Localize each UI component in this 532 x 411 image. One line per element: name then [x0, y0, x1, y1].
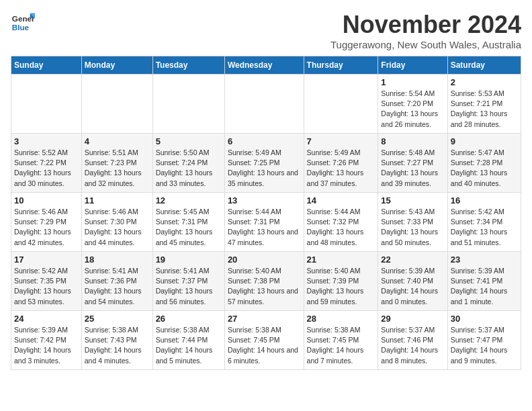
day-cell: 11Sunrise: 5:46 AM Sunset: 7:30 PM Dayli… — [81, 193, 152, 252]
weekday-header-friday: Friday — [378, 56, 447, 75]
day-cell: 4Sunrise: 5:51 AM Sunset: 7:23 PM Daylig… — [81, 134, 152, 193]
week-row-3: 10Sunrise: 5:46 AM Sunset: 7:29 PM Dayli… — [11, 193, 521, 252]
day-detail: Sunrise: 5:37 AM Sunset: 7:47 PM Dayligh… — [451, 326, 508, 365]
week-row-2: 3Sunrise: 5:52 AM Sunset: 7:22 PM Daylig… — [11, 134, 521, 193]
day-cell: 25Sunrise: 5:38 AM Sunset: 7:43 PM Dayli… — [81, 311, 152, 370]
weekday-header-monday: Monday — [81, 56, 152, 75]
day-number: 7 — [307, 136, 375, 146]
weekday-header-saturday: Saturday — [447, 56, 521, 75]
day-number: 22 — [381, 255, 444, 265]
day-cell: 15Sunrise: 5:43 AM Sunset: 7:33 PM Dayli… — [378, 193, 447, 252]
day-detail: Sunrise: 5:39 AM Sunset: 7:41 PM Dayligh… — [451, 267, 508, 306]
weekday-header-sunday: Sunday — [11, 56, 82, 75]
day-cell — [81, 75, 152, 134]
day-cell: 7Sunrise: 5:49 AM Sunset: 7:26 PM Daylig… — [304, 134, 378, 193]
day-detail: Sunrise: 5:42 AM Sunset: 7:34 PM Dayligh… — [451, 208, 508, 246]
day-number: 20 — [228, 255, 301, 265]
day-cell: 30Sunrise: 5:37 AM Sunset: 7:47 PM Dayli… — [447, 311, 521, 370]
day-detail: Sunrise: 5:46 AM Sunset: 7:29 PM Dayligh… — [14, 208, 71, 246]
day-cell: 12Sunrise: 5:45 AM Sunset: 7:31 PM Dayli… — [152, 193, 224, 252]
day-cell — [304, 75, 378, 134]
day-cell: 8Sunrise: 5:48 AM Sunset: 7:27 PM Daylig… — [378, 134, 447, 193]
day-detail: Sunrise: 5:46 AM Sunset: 7:30 PM Dayligh… — [85, 208, 142, 246]
day-cell: 22Sunrise: 5:39 AM Sunset: 7:40 PM Dayli… — [378, 252, 447, 311]
day-cell: 2Sunrise: 5:53 AM Sunset: 7:21 PM Daylig… — [447, 75, 521, 134]
day-number: 29 — [381, 314, 444, 324]
day-cell: 16Sunrise: 5:42 AM Sunset: 7:34 PM Dayli… — [447, 193, 521, 252]
day-number: 10 — [14, 195, 79, 205]
day-cell: 19Sunrise: 5:41 AM Sunset: 7:37 PM Dayli… — [152, 252, 224, 311]
day-detail: Sunrise: 5:42 AM Sunset: 7:35 PM Dayligh… — [14, 267, 71, 306]
week-row-1: 1Sunrise: 5:54 AM Sunset: 7:20 PM Daylig… — [11, 75, 521, 134]
day-cell — [152, 75, 224, 134]
day-cell: 1Sunrise: 5:54 AM Sunset: 7:20 PM Daylig… — [378, 75, 447, 134]
day-detail: Sunrise: 5:43 AM Sunset: 7:33 PM Dayligh… — [381, 208, 438, 246]
weekday-header-wednesday: Wednesday — [224, 56, 304, 75]
day-number: 14 — [307, 195, 375, 205]
day-detail: Sunrise: 5:37 AM Sunset: 7:46 PM Dayligh… — [381, 326, 438, 365]
month-title: November 2024 — [330, 11, 521, 39]
day-number: 11 — [85, 195, 150, 205]
day-cell: 13Sunrise: 5:44 AM Sunset: 7:31 PM Dayli… — [224, 193, 304, 252]
weekday-header-thursday: Thursday — [304, 56, 378, 75]
day-detail: Sunrise: 5:44 AM Sunset: 7:31 PM Dayligh… — [228, 208, 298, 246]
day-cell: 10Sunrise: 5:46 AM Sunset: 7:29 PM Dayli… — [11, 193, 82, 252]
day-cell: 5Sunrise: 5:50 AM Sunset: 7:24 PM Daylig… — [152, 134, 224, 193]
day-number: 18 — [85, 255, 150, 265]
day-number: 23 — [451, 255, 518, 265]
day-cell: 14Sunrise: 5:44 AM Sunset: 7:32 PM Dayli… — [304, 193, 378, 252]
day-number: 15 — [381, 195, 444, 205]
day-number: 30 — [451, 314, 518, 324]
logo: General Blue — [11, 11, 35, 35]
day-number: 4 — [85, 136, 150, 146]
day-number: 13 — [228, 195, 301, 205]
day-number: 21 — [307, 255, 375, 265]
day-cell: 18Sunrise: 5:41 AM Sunset: 7:36 PM Dayli… — [81, 252, 152, 311]
day-detail: Sunrise: 5:53 AM Sunset: 7:21 PM Dayligh… — [451, 89, 508, 128]
day-detail: Sunrise: 5:41 AM Sunset: 7:37 PM Dayligh… — [156, 267, 213, 306]
day-number: 6 — [228, 136, 301, 146]
day-detail: Sunrise: 5:40 AM Sunset: 7:39 PM Dayligh… — [307, 267, 364, 306]
day-cell: 9Sunrise: 5:47 AM Sunset: 7:28 PM Daylig… — [447, 134, 521, 193]
day-number: 2 — [451, 77, 518, 87]
day-cell: 21Sunrise: 5:40 AM Sunset: 7:39 PM Dayli… — [304, 252, 378, 311]
day-detail: Sunrise: 5:38 AM Sunset: 7:44 PM Dayligh… — [156, 326, 213, 365]
day-detail: Sunrise: 5:49 AM Sunset: 7:26 PM Dayligh… — [307, 148, 364, 187]
logo-icon: General Blue — [11, 11, 35, 35]
location: Tuggerawong, New South Wales, Australia — [330, 39, 521, 50]
day-detail: Sunrise: 5:38 AM Sunset: 7:43 PM Dayligh… — [85, 326, 142, 365]
day-detail: Sunrise: 5:49 AM Sunset: 7:25 PM Dayligh… — [228, 148, 298, 187]
day-cell: 17Sunrise: 5:42 AM Sunset: 7:35 PM Dayli… — [11, 252, 82, 311]
day-cell: 20Sunrise: 5:40 AM Sunset: 7:38 PM Dayli… — [224, 252, 304, 311]
day-cell: 23Sunrise: 5:39 AM Sunset: 7:41 PM Dayli… — [447, 252, 521, 311]
day-cell — [11, 75, 82, 134]
day-detail: Sunrise: 5:44 AM Sunset: 7:32 PM Dayligh… — [307, 208, 364, 246]
day-detail: Sunrise: 5:38 AM Sunset: 7:45 PM Dayligh… — [228, 326, 298, 365]
weekday-header-tuesday: Tuesday — [152, 56, 224, 75]
day-detail: Sunrise: 5:50 AM Sunset: 7:24 PM Dayligh… — [156, 148, 213, 187]
day-detail: Sunrise: 5:47 AM Sunset: 7:28 PM Dayligh… — [451, 148, 508, 187]
day-cell: 3Sunrise: 5:52 AM Sunset: 7:22 PM Daylig… — [11, 134, 82, 193]
title-block: November 2024 Tuggerawong, New South Wal… — [330, 11, 521, 50]
svg-text:Blue: Blue — [12, 23, 30, 32]
day-number: 17 — [14, 255, 79, 265]
day-detail: Sunrise: 5:51 AM Sunset: 7:23 PM Dayligh… — [85, 148, 142, 187]
calendar-table: SundayMondayTuesdayWednesdayThursdayFrid… — [11, 56, 521, 370]
weekday-header-row: SundayMondayTuesdayWednesdayThursdayFrid… — [11, 56, 521, 75]
day-cell: 27Sunrise: 5:38 AM Sunset: 7:45 PM Dayli… — [224, 311, 304, 370]
day-number: 16 — [451, 195, 518, 205]
day-detail: Sunrise: 5:54 AM Sunset: 7:20 PM Dayligh… — [381, 89, 438, 128]
day-number: 28 — [307, 314, 375, 324]
week-row-5: 24Sunrise: 5:39 AM Sunset: 7:42 PM Dayli… — [11, 311, 521, 370]
week-row-4: 17Sunrise: 5:42 AM Sunset: 7:35 PM Dayli… — [11, 252, 521, 311]
day-number: 9 — [451, 136, 518, 146]
day-cell: 24Sunrise: 5:39 AM Sunset: 7:42 PM Dayli… — [11, 311, 82, 370]
day-detail: Sunrise: 5:52 AM Sunset: 7:22 PM Dayligh… — [14, 148, 71, 187]
day-number: 24 — [14, 314, 79, 324]
day-cell: 28Sunrise: 5:38 AM Sunset: 7:45 PM Dayli… — [304, 311, 378, 370]
day-number: 26 — [156, 314, 222, 324]
page-header: General Blue November 2024 Tuggerawong, … — [11, 11, 521, 50]
day-cell: 29Sunrise: 5:37 AM Sunset: 7:46 PM Dayli… — [378, 311, 447, 370]
day-number: 25 — [85, 314, 150, 324]
day-detail: Sunrise: 5:38 AM Sunset: 7:45 PM Dayligh… — [307, 326, 364, 365]
